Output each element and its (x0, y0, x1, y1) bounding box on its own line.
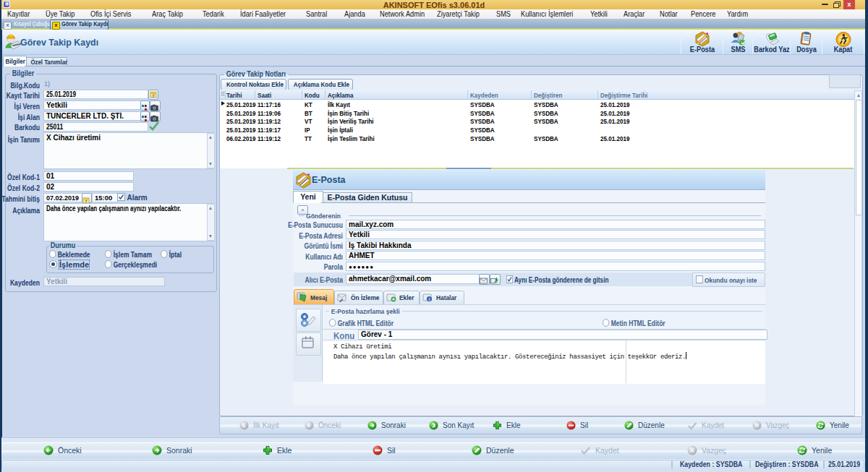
svg-text:7: 7 (152, 94, 154, 98)
